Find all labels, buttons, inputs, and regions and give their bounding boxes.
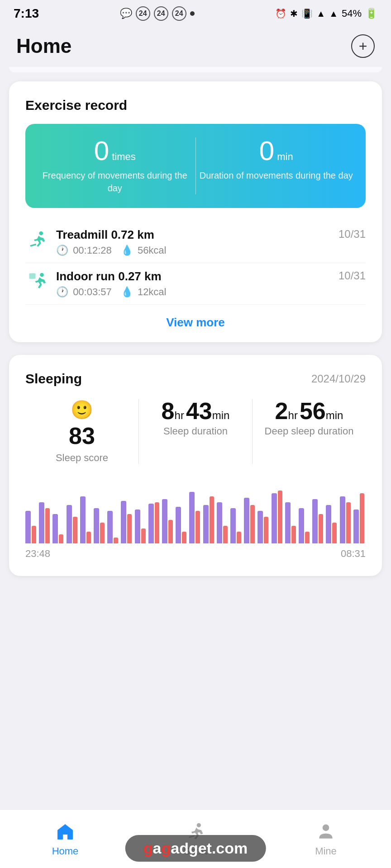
chart-bar-group <box>244 498 256 543</box>
bar-purple <box>176 507 181 543</box>
bar-purple <box>39 502 44 543</box>
chart-bar-group <box>52 514 65 543</box>
bar-pink <box>59 534 63 543</box>
page-header: Home + <box>0 27 391 67</box>
bar-pink <box>141 528 146 543</box>
sleeping-card: Sleeping 2024/10/29 🙂 83 Sleep score 8hr… <box>9 355 382 576</box>
circle-24-icon-2: 24 <box>154 6 168 21</box>
bar-pink <box>278 491 282 543</box>
indoor-name: Indoor run 0.27 km <box>56 269 339 283</box>
indoor-date: 10/31 <box>339 269 366 282</box>
chart-start-time: 23:48 <box>25 548 50 560</box>
chart-time-labels: 23:48 08:31 <box>25 548 366 560</box>
vibrate-icon: 📳 <box>301 8 313 19</box>
bar-purple <box>326 505 331 543</box>
watermark-rest1: a <box>153 840 162 857</box>
svg-rect-1 <box>30 244 36 247</box>
stat-frequency-desc: Frequency of movements during the day <box>34 169 196 194</box>
sleep-duration-label: Sleep duration <box>143 425 248 437</box>
bar-purple <box>244 498 249 543</box>
bar-pink <box>346 502 351 543</box>
bar-pink <box>210 496 214 543</box>
battery-percent: 54% <box>342 8 362 19</box>
chart-bar-group <box>326 505 338 543</box>
bar-pink <box>237 532 241 543</box>
bar-pink <box>100 523 105 543</box>
bar-pink <box>127 514 132 543</box>
add-button[interactable]: + <box>351 34 375 58</box>
chart-bar-group <box>135 509 147 543</box>
bar-pink <box>32 526 36 543</box>
signal-icon: ▲ <box>329 9 338 19</box>
bar-purple <box>121 501 126 543</box>
sleeping-header: Sleeping 2024/10/29 <box>25 371 366 387</box>
bar-purple <box>148 504 154 543</box>
treadmill-kcal: 💧 56kcal <box>121 245 167 256</box>
svg-point-6 <box>323 824 329 831</box>
sleep-chart <box>25 480 366 543</box>
bar-pink <box>196 511 200 543</box>
chart-bar-group <box>121 501 133 543</box>
treadmill-date: 10/31 <box>339 228 366 241</box>
page-title: Home <box>16 35 72 57</box>
drop-icon: 💧 <box>121 286 133 297</box>
nav-item-mine[interactable]: Mine <box>261 821 391 857</box>
indoor-icon <box>25 269 49 293</box>
exercise-item-treadmill[interactable]: Treadmill 0.72 km 🕐 00:12:28 💧 56kcal 10… <box>25 222 366 263</box>
bar-pink <box>319 514 323 543</box>
wifi-icon: ▲ <box>316 9 325 19</box>
chart-bars-container <box>25 480 366 543</box>
chart-bar-group <box>312 499 324 543</box>
bar-purple <box>285 502 291 543</box>
sleep-duration-col: 8hr43min Sleep duration <box>138 399 252 464</box>
chart-bar-group <box>285 502 297 543</box>
bar-pink <box>155 502 159 543</box>
sleep-score-label: Sleep score <box>30 452 134 464</box>
watermark-rest2: adget.com <box>171 840 248 857</box>
chart-bar-group <box>340 496 352 543</box>
exercise-item-indoor[interactable]: Indoor run 0.27 km 🕐 00:03:57 💧 12kcal 1… <box>25 263 366 305</box>
svg-point-4 <box>197 823 201 827</box>
mine-icon <box>315 821 337 843</box>
sleeping-section-title: Sleeping <box>25 371 82 387</box>
chart-bar-group <box>230 508 243 543</box>
circle-24-icon-1: 24 <box>136 6 150 21</box>
bar-pink <box>73 517 77 543</box>
bar-pink <box>182 532 186 543</box>
stat-frequency: 0times Frequency of movements during the… <box>34 137 196 194</box>
svg-rect-2 <box>29 274 36 279</box>
sleep-score-value: 83 <box>30 422 134 449</box>
flame-icon: 💧 <box>121 245 133 256</box>
bar-pink <box>168 520 173 543</box>
clock-icon: 🕐 <box>56 245 68 256</box>
nav-item-home[interactable]: Home <box>0 821 130 857</box>
circle-24-icon-3: 24 <box>172 6 186 21</box>
deep-sleep-label: Deep sleep duration <box>257 425 361 437</box>
bar-purple <box>353 509 359 543</box>
status-bar: 7:13 💬 24 24 24 ⏰ ✱ 📳 ▲ ▲ 54% 🔋 <box>0 0 391 27</box>
sleep-stats-row: 🙂 83 Sleep score 8hr43min Sleep duration… <box>25 399 366 464</box>
chart-bar-group <box>176 507 188 543</box>
sleeping-date: 2024/10/29 <box>311 373 366 385</box>
watermark-g2: g <box>161 840 171 857</box>
bar-pink <box>305 532 310 543</box>
chat-icon: 💬 <box>120 8 132 19</box>
chart-end-time: 08:31 <box>341 548 366 560</box>
mine-nav-label: Mine <box>315 845 337 857</box>
treadmill-name: Treadmill 0.72 km <box>56 228 339 242</box>
exercise-section-title: Exercise record <box>25 98 366 113</box>
chart-bar-group <box>25 511 38 543</box>
bar-purple <box>67 505 72 543</box>
indoor-meta: 🕐 00:03:57 💧 12kcal <box>56 286 339 298</box>
sleep-emoji: 🙂 <box>30 399 134 420</box>
bar-purple <box>52 514 58 543</box>
bar-pink <box>291 526 296 543</box>
home-nav-label: Home <box>52 845 79 857</box>
status-time: 7:13 <box>14 6 39 21</box>
bar-purple <box>230 508 236 543</box>
treadmill-time: 🕐 00:12:28 <box>56 245 112 256</box>
view-more-button[interactable]: View more <box>25 316 366 330</box>
bar-pink <box>86 532 91 543</box>
bar-purple <box>312 499 318 543</box>
bar-purple <box>299 508 304 543</box>
